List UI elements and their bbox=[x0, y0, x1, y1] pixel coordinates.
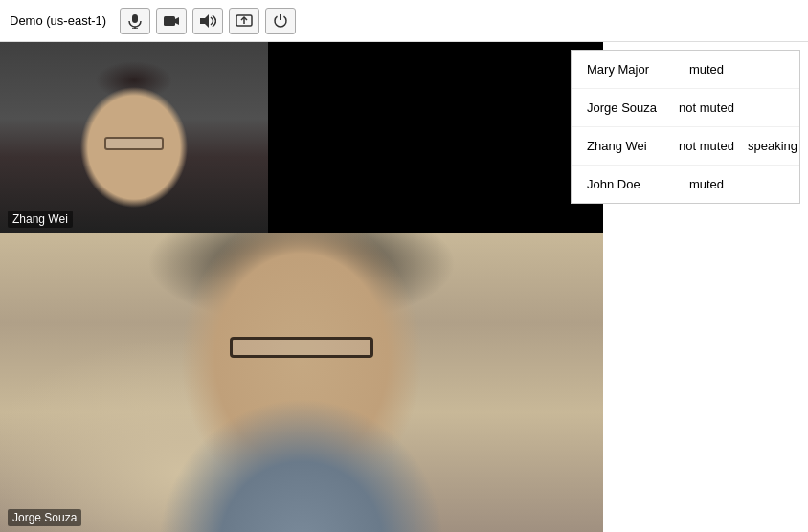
participant-name-john: John Doe bbox=[587, 177, 673, 191]
participant-row-john: John Doe muted bbox=[572, 166, 799, 203]
svg-marker-4 bbox=[175, 17, 179, 25]
end-call-button[interactable] bbox=[265, 8, 296, 34]
jorge-label: Jorge Souza bbox=[8, 509, 81, 526]
participant-row-mary: Mary Major muted bbox=[572, 51, 799, 89]
participant-row-jorge: Jorge Souza not muted bbox=[572, 89, 799, 127]
jorge-shirt bbox=[158, 398, 445, 532]
power-icon bbox=[273, 13, 288, 29]
speaker-button[interactable] bbox=[192, 8, 223, 34]
participant-status-zhang: not muted bbox=[673, 139, 740, 153]
participant-name-jorge: Jorge Souza bbox=[587, 100, 673, 115]
zhang-label: Zhang Wei bbox=[8, 211, 73, 228]
svg-marker-5 bbox=[200, 14, 209, 28]
screen-share-icon bbox=[236, 13, 253, 29]
jorge-glasses bbox=[230, 337, 373, 358]
participant-name-mary: Mary Major bbox=[587, 62, 673, 77]
main-area: Zhang Wei Jorge Souza Mary Major muted J… bbox=[0, 42, 808, 532]
video-area: Zhang Wei Jorge Souza bbox=[0, 42, 603, 532]
svg-rect-3 bbox=[164, 16, 175, 26]
zhang-glasses bbox=[104, 137, 164, 150]
participant-row-zhang: Zhang Wei not muted speaking bbox=[572, 127, 799, 166]
zhang-video-feed bbox=[0, 42, 268, 233]
svg-rect-0 bbox=[132, 14, 138, 23]
participant-status-john: muted bbox=[673, 177, 740, 191]
camera-button[interactable] bbox=[156, 8, 187, 34]
app-title: Demo (us-east-1) bbox=[10, 13, 106, 28]
mic-button[interactable] bbox=[120, 8, 150, 34]
jorge-video-feed bbox=[0, 233, 603, 532]
mic-icon bbox=[127, 13, 143, 29]
header-bar: Demo (us-east-1) bbox=[0, 0, 808, 42]
camera-icon bbox=[163, 14, 180, 28]
participants-panel: Mary Major muted Jorge Souza not muted Z… bbox=[571, 50, 800, 204]
screen-share-button[interactable] bbox=[229, 8, 259, 34]
participant-status-mary: muted bbox=[673, 62, 740, 77]
speaker-icon bbox=[199, 13, 216, 29]
participant-extra-zhang: speaking bbox=[748, 139, 797, 153]
participant-name-zhang: Zhang Wei bbox=[587, 139, 673, 153]
video-jorge-souza: Jorge Souza bbox=[0, 233, 603, 532]
right-panel: Mary Major muted Jorge Souza not muted Z… bbox=[603, 42, 808, 532]
video-zhang-wei: Zhang Wei bbox=[0, 42, 268, 233]
participant-status-jorge: not muted bbox=[673, 100, 740, 115]
